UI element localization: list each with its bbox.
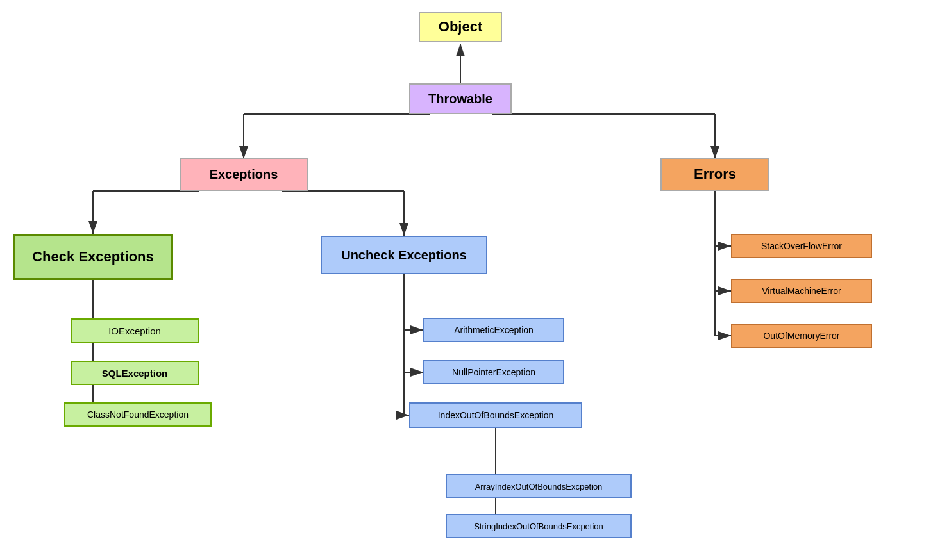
classnotfound-label: ClassNotFoundException — [87, 409, 189, 420]
nullpointer-label: NullPointerException — [452, 367, 535, 377]
outofmemory-label: OutOfMemoryError — [763, 331, 839, 341]
errors-node: Errors — [660, 158, 769, 191]
virtualmachine-node: VirtualMachineError — [731, 279, 872, 303]
sqlexception-node: SQLException — [71, 361, 199, 385]
stringindex-node: StringIndexOutOfBoundsExcpetion — [446, 514, 632, 538]
indexoutofbounds-label: IndexOutOfBoundsException — [438, 410, 554, 420]
stackoverflow-node: StackOverFlowError — [731, 234, 872, 258]
arithmetic-node: ArithmeticException — [423, 318, 564, 342]
uncheck-exceptions-label: Uncheck Exceptions — [341, 248, 467, 263]
virtualmachine-label: VirtualMachineError — [762, 286, 841, 296]
errors-label: Errors — [694, 166, 736, 183]
object-label: Object — [439, 19, 482, 35]
stringindex-label: StringIndexOutOfBoundsExcpetion — [474, 522, 603, 531]
nullpointer-node: NullPointerException — [423, 360, 564, 384]
ioexception-node: IOException — [71, 318, 199, 343]
indexoutofbounds-node: IndexOutOfBoundsException — [409, 402, 582, 428]
ioexception-label: IOException — [108, 325, 161, 336]
throwable-label: Throwable — [428, 92, 492, 106]
sqlexception-label: SQLException — [102, 368, 168, 379]
check-exceptions-node: Check Exceptions — [13, 234, 173, 280]
outofmemory-node: OutOfMemoryError — [731, 324, 872, 348]
classnotfound-node: ClassNotFoundException — [64, 402, 212, 427]
arrayindex-label: ArrayIndexOutOfBoundsExcpetion — [475, 482, 603, 491]
arrayindex-node: ArrayIndexOutOfBoundsExcpetion — [446, 474, 632, 498]
object-node: Object — [419, 12, 502, 42]
uncheck-exceptions-node: Uncheck Exceptions — [321, 236, 487, 274]
exceptions-node: Exceptions — [180, 158, 308, 191]
diagram: Object Throwable Exceptions Errors Check… — [0, 0, 933, 560]
arithmetic-label: ArithmeticException — [454, 325, 534, 335]
stackoverflow-label: StackOverFlowError — [761, 241, 842, 251]
throwable-node: Throwable — [409, 83, 512, 114]
check-exceptions-label: Check Exceptions — [32, 249, 154, 265]
exceptions-label: Exceptions — [210, 167, 278, 182]
